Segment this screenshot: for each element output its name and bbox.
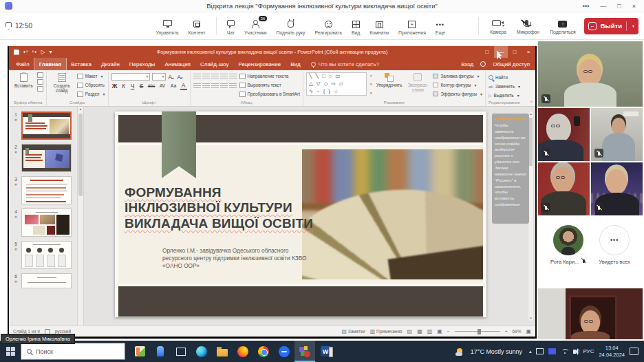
tab-view[interactable]: Вид (286, 58, 305, 70)
shape-fill-button[interactable]: Заливка фигуры▾ (433, 72, 482, 80)
tab-slideshow[interactable]: Слайд-шоу (195, 58, 233, 70)
manage-button[interactable]: Управлять (154, 19, 181, 35)
align-left-icon[interactable] (193, 83, 201, 89)
rooms-button[interactable]: Комнаты (367, 19, 391, 35)
italic-button[interactable]: К (120, 83, 127, 89)
char-spacing-button[interactable]: AV (158, 83, 167, 88)
fit-to-window-icon[interactable]: ▣ (526, 329, 531, 334)
ppt-close-icon[interactable]: × (522, 46, 535, 58)
cut-icon[interactable] (37, 72, 43, 78)
leave-dropdown-icon[interactable]: ▾ (632, 23, 634, 28)
slide-thumbnail-panel[interactable]: 1★ 2★ (9, 107, 78, 326)
slide-thumbnail[interactable] (21, 209, 72, 237)
align-text-button[interactable]: Выровнять текст (239, 81, 300, 89)
wifi-icon[interactable] (561, 349, 568, 354)
camera-button[interactable]: ▾ Камера (488, 18, 508, 34)
reading-view-icon[interactable]: ▥ (427, 329, 433, 334)
shrink-font-icon[interactable]: А▾ (177, 74, 184, 81)
tab-home[interactable]: Главная (34, 58, 67, 70)
taskbar-clock[interactable]: 13:04 24.04.2024 (599, 345, 625, 358)
taskbar-app-circle[interactable] (274, 341, 294, 362)
participant-video[interactable] (591, 162, 643, 215)
participant-video[interactable] (538, 162, 590, 215)
tell-me-box[interactable]: Что вы хотите сделать? (311, 61, 379, 67)
collapse-ribbon-icon[interactable]: ^ (530, 100, 533, 105)
taskbar-app-notes[interactable] (129, 341, 150, 362)
tray-window-icon[interactable] (536, 348, 544, 354)
smartart-button[interactable]: Преобразовать в SmartArt (239, 90, 300, 98)
window-more-icon[interactable]: ••• (583, 3, 589, 10)
see-all-item[interactable]: ••• Увидеть всех (599, 225, 630, 265)
participant-video[interactable] (591, 108, 643, 161)
tab-insert[interactable]: Вставка (66, 58, 96, 70)
columns-icon[interactable] (229, 83, 237, 89)
raise-hand-button[interactable]: Поднять руку (275, 19, 308, 35)
window-maximize-icon[interactable]: □ (617, 3, 621, 10)
language-switcher[interactable]: РУС (583, 348, 594, 354)
slide-canvas[interactable]: ФОРМУВАННЯ ІНКЛЮЗИВНОЇ КУЛЬТУРИ ВИКЛАДАЧ… (115, 111, 486, 317)
taskbar-app-explorer[interactable] (212, 341, 233, 362)
ppt-minimize-icon[interactable]: — (494, 46, 508, 58)
leave-button[interactable]: ← Выйти ▾ (584, 18, 638, 34)
decrease-indent-icon[interactable] (211, 74, 219, 80)
tab-transitions[interactable]: Переходы (125, 58, 160, 70)
numbered-list-icon[interactable] (202, 74, 210, 80)
language-indicator[interactable]: русский (55, 329, 71, 334)
speaker-icon[interactable] (573, 350, 576, 354)
participant-video[interactable] (538, 288, 643, 339)
taskbar-app-meeting-active[interactable] (294, 341, 315, 362)
notes-toggle[interactable]: ▤ Заметки (341, 329, 365, 334)
tab-design[interactable]: Дизайн (96, 58, 125, 70)
grow-font-icon[interactable]: А▴ (168, 74, 175, 81)
participants-button[interactable]: 36 Участники (242, 19, 268, 35)
underline-button[interactable]: Ч (129, 83, 136, 89)
more-button[interactable]: ••• Еще (433, 19, 447, 35)
align-right-icon[interactable] (211, 83, 219, 89)
share-access-button[interactable]: Общий доступ (493, 61, 530, 67)
zoom-slider[interactable] (455, 331, 500, 332)
line-spacing-icon[interactable] (229, 74, 237, 80)
ppt-restore-icon[interactable]: □ (508, 46, 522, 58)
start-slideshow-icon[interactable]: ▷ (41, 49, 45, 55)
thumbnails-scrollbar[interactable]: ▴ (78, 107, 84, 326)
view-button[interactable]: Вид (350, 19, 362, 35)
align-center-icon[interactable] (202, 83, 210, 89)
bold-button[interactable]: Ж (111, 83, 118, 89)
slide-title[interactable]: ФОРМУВАННЯ ІНКЛЮЗИВНОЇ КУЛЬТУРИ ВИКЛАДАЧ… (125, 185, 313, 231)
slide-thumbnail[interactable] (21, 241, 72, 269)
arrange-button[interactable]: Упорядочить (375, 72, 402, 88)
font-color-button[interactable]: А (180, 82, 187, 90)
font-name-combobox[interactable] (111, 73, 150, 81)
slide-thumbnail[interactable] (21, 273, 72, 288)
qat-customize-icon[interactable]: ▾ (50, 49, 52, 55)
bullet-list-icon[interactable] (193, 74, 201, 80)
layout-button[interactable]: Макет▾ (77, 72, 105, 80)
share-button[interactable]: ↑ Поделиться (548, 18, 578, 34)
taskbar-app-blue[interactable] (150, 341, 171, 362)
select-button[interactable]: ▷Выделить▾ (489, 92, 520, 99)
tab-review[interactable]: Рецензирование (233, 58, 286, 70)
paste-button[interactable]: Вставить (13, 72, 34, 89)
format-painter-icon[interactable] (37, 86, 43, 92)
slideshow-view-icon[interactable]: ▣ (437, 329, 442, 334)
taskbar-app-firefox[interactable] (233, 341, 253, 362)
apps-button[interactable]: + Приложения (396, 19, 428, 35)
shapes-gallery[interactable]: ╲ ╲ □ ○ ▭△ ▽ ◇ ⇨ ▱∿ ~ { } ☆ (306, 72, 367, 96)
shape-effects-button[interactable]: Эффекты фигуры▾ (433, 90, 482, 98)
notification-center-icon[interactable] (630, 348, 638, 355)
tab-animations[interactable]: Анимация (160, 58, 195, 70)
taskbar-app-chrome[interactable] (253, 341, 274, 362)
taskbar-app-edge[interactable] (191, 341, 212, 362)
slide-sorter-view-icon[interactable]: ▦ (417, 329, 422, 334)
window-minimize-icon[interactable]: — (600, 3, 606, 10)
shapes-scroll[interactable]: ▴▾▾ (369, 72, 373, 96)
slide-thumbnail[interactable] (21, 111, 72, 140)
shape-outline-button[interactable]: Контур фигуры▾ (433, 81, 482, 89)
replace-button[interactable]: abЗаменить▾ (489, 83, 520, 90)
comments-toggle[interactable]: ▥ Примечания (370, 329, 402, 334)
microphone-button[interactable]: ▾ Микрофон (515, 18, 541, 34)
zoom-out-icon[interactable]: − (447, 329, 450, 334)
participant-video[interactable] (538, 41, 643, 107)
slide-thumbnail[interactable] (21, 176, 72, 204)
taskbar-search[interactable]: Поиск (21, 343, 125, 360)
